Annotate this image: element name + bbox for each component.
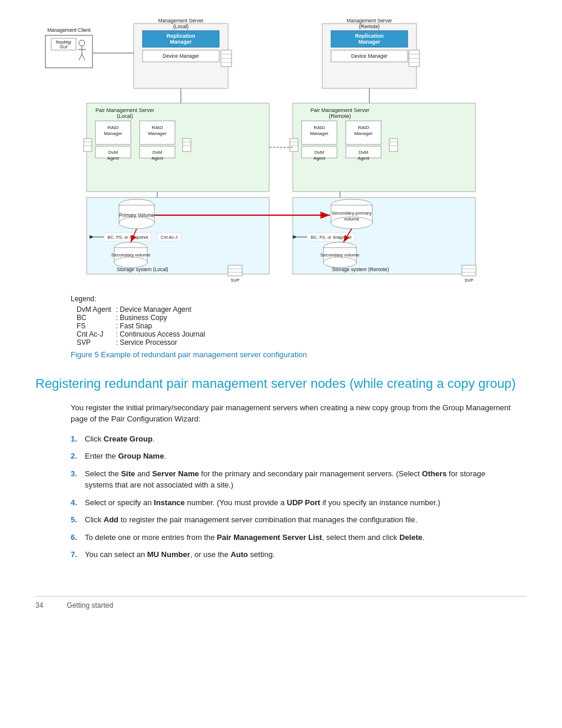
page-number: 34: [35, 601, 43, 610]
svg-text:(Remote): (Remote): [359, 24, 380, 29]
step-content: To delete one or more entries from the P…: [85, 532, 515, 543]
svg-text:DvM: DvM: [153, 150, 163, 155]
svg-text:Secondary volume: Secondary volume: [320, 252, 360, 258]
svg-text:RAID: RAID: [313, 125, 325, 130]
svg-text:(Local): (Local): [117, 113, 133, 119]
legend-title: Legend:: [71, 295, 527, 303]
intro-text: You register the initial primary/seconda…: [71, 402, 515, 425]
step-content: Click Add to register the pair managemen…: [85, 514, 515, 526]
svg-text:GUI: GUI: [59, 44, 67, 50]
svg-point-105: [323, 257, 356, 268]
step-item: 6.To delete one or more entries from the…: [71, 532, 515, 543]
svg-text:Agent: Agent: [358, 156, 370, 161]
svg-text:Manager: Manager: [358, 39, 381, 45]
step-number: 3.: [71, 468, 85, 491]
svg-text:Replication: Replication: [355, 33, 384, 39]
step-number: 4.: [71, 497, 85, 509]
svg-rect-90: [228, 265, 242, 276]
svg-rect-73: [389, 139, 398, 151]
svg-text:Manager: Manager: [148, 131, 167, 136]
step-item: 4.Select or specify an Instance number. …: [71, 497, 515, 509]
svg-text:volume: volume: [344, 216, 359, 222]
svg-text:Manager: Manager: [354, 131, 373, 136]
step-item: 1.Click Create Group.: [71, 433, 515, 445]
svg-text:DvM: DvM: [108, 150, 118, 155]
svg-text:Management Server: Management Server: [158, 18, 203, 24]
svg-text:Pair Management Server: Pair Management Server: [95, 107, 154, 113]
svg-text:Manager: Manager: [104, 131, 123, 136]
legend-item: Cnt Ac-J : Continuous Access Journal: [77, 330, 205, 338]
svg-text:Agent: Agent: [107, 156, 120, 161]
step-item: 7.You can select an MU Number, or use th…: [71, 549, 515, 561]
legend-item: SVP : Service Processor: [77, 338, 205, 347]
svg-text:(Remote): (Remote): [329, 113, 351, 119]
diagram-container: Management Client RepMgr GUI Management …: [35, 18, 527, 289]
svg-text:DvM: DvM: [315, 150, 325, 155]
svg-point-80: [119, 217, 154, 229]
legend-item: DvM Agent : Device Manager Agent: [77, 305, 205, 314]
figure-caption: Figure 5 Example of redundant pair manag…: [71, 350, 527, 359]
step-number: 5.: [71, 514, 85, 526]
step-content: Enter the Group Name.: [85, 450, 515, 462]
svg-point-88: [114, 257, 147, 268]
svg-rect-49: [84, 139, 92, 151]
svg-text:Primary Volume: Primary Volume: [119, 212, 154, 218]
svg-text:BC, FS, or Snapshot: BC, FS, or Snapshot: [108, 235, 149, 240]
step-item: 5.Click Add to register the pair managem…: [71, 514, 515, 526]
svg-text:Manager: Manager: [170, 39, 192, 45]
legend-section: Legend: DvM Agent : Device Manager Agent…: [71, 295, 527, 347]
svg-text:Replication: Replication: [167, 33, 196, 39]
svg-text:SVP: SVP: [230, 278, 239, 283]
step-content: Select the Site and Server Name for the …: [85, 468, 515, 491]
svg-text:Management Server: Management Server: [346, 18, 392, 24]
svg-text:RAID: RAID: [107, 125, 118, 130]
svg-text:Management Client: Management Client: [47, 27, 91, 33]
svg-text:(Local): (Local): [173, 24, 189, 29]
svg-text:Cnt Ac-J: Cnt Ac-J: [161, 235, 178, 240]
diagram-svg: Management Client RepMgr GUI Management …: [35, 18, 527, 289]
legend-item: BC : Business Copy: [77, 314, 205, 322]
step-content: Select or specify an Instance number. (Y…: [85, 497, 515, 509]
step-number: 1.: [71, 433, 85, 445]
svg-text:Device Manager: Device Manager: [351, 53, 388, 59]
step-content: Click Create Group.: [85, 433, 515, 445]
svg-text:Pair Management Server: Pair Management Server: [310, 107, 369, 113]
svg-rect-107: [462, 265, 476, 276]
svg-text:Device Manager: Device Manager: [163, 53, 199, 59]
svg-text:Secondary volume: Secondary volume: [111, 252, 151, 258]
step-number: 7.: [71, 549, 85, 561]
step-item: 2.Enter the Group Name.: [71, 450, 515, 462]
step-item: 3.Select the Site and Server Name for th…: [71, 468, 515, 491]
step-number: 6.: [71, 532, 85, 543]
svg-text:Manager: Manager: [310, 131, 329, 136]
svg-text:SVP: SVP: [464, 278, 473, 283]
step-number: 2.: [71, 450, 85, 462]
section-heading: Registering redundant pair management se…: [35, 375, 527, 393]
legend-item: FS : Fast Snap: [77, 322, 205, 330]
svg-text:RAID: RAID: [151, 125, 163, 130]
svg-rect-52: [183, 139, 191, 151]
svg-rect-70: [290, 139, 298, 151]
page-footer: 34 Getting started: [35, 596, 527, 610]
step-content: You can select an MU Number, or use the …: [85, 549, 515, 561]
svg-text:DvM: DvM: [359, 150, 369, 155]
svg-text:Secondary-primary: Secondary-primary: [332, 210, 372, 216]
svg-text:Agent: Agent: [151, 156, 164, 161]
svg-text:Agent: Agent: [313, 156, 326, 161]
svg-text:RAID: RAID: [358, 125, 369, 130]
footer-label: Getting started: [67, 601, 113, 610]
